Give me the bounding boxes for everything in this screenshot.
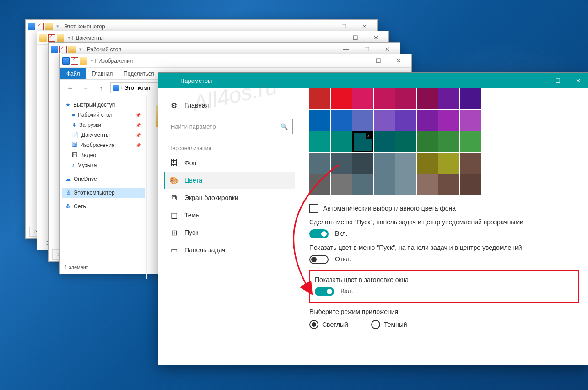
titlebar-color-setting: Показать цвет в заголовке окна Вкл. [315, 276, 574, 296]
color-swatch[interactable] [309, 110, 330, 131]
radio-icon [309, 320, 318, 329]
color-swatch[interactable] [374, 110, 395, 131]
color-swatch[interactable] [460, 88, 481, 109]
settings-window[interactable]: ← Параметры — ☐ ✕ ⚙Главная Найти парамет… [158, 72, 588, 365]
transparency-toggle[interactable] [309, 229, 329, 238]
radio-dark[interactable]: Темный [371, 320, 407, 329]
color-swatch[interactable] [395, 153, 416, 174]
color-swatch[interactable] [438, 88, 459, 109]
checkbox-icon[interactable] [309, 204, 318, 213]
color-swatch[interactable] [395, 88, 416, 109]
color-swatch[interactable] [460, 174, 481, 195]
nav-up[interactable]: ↑ [95, 81, 108, 94]
color-swatch[interactable] [438, 110, 459, 131]
window-title: Изображения [98, 58, 347, 64]
auto-color-checkbox[interactable]: Автоматический выбор главного цвета фона [309, 204, 579, 213]
quick-access[interactable]: ★Быстрый доступ [62, 100, 145, 110]
sidebar-background[interactable]: 🖼Фон [164, 154, 295, 172]
sidebar-documents[interactable]: 📄Документы📌 [62, 130, 145, 140]
close-button[interactable]: ✕ [388, 54, 409, 67]
sidebar-home[interactable]: ⚙Главная [164, 97, 295, 114]
share-tab[interactable]: Поделиться [118, 68, 159, 79]
sidebar-onedrive[interactable]: ☁OneDrive [62, 174, 145, 184]
color-swatch[interactable] [417, 131, 438, 152]
color-swatch[interactable] [460, 153, 481, 174]
settings-main: Автоматический выбор главного цвета фона… [300, 88, 588, 365]
color-swatch[interactable] [417, 174, 438, 195]
sidebar-this-pc[interactable]: 🖥Этот компьютер [62, 188, 145, 198]
search-input[interactable]: Найти параметр 🔍 [166, 119, 293, 134]
sidebar-desktop[interactable]: ■Рабочий стол📌 [62, 110, 145, 120]
color-swatch[interactable] [438, 153, 459, 174]
color-swatch[interactable] [395, 110, 416, 131]
sidebar-music[interactable]: ♪Музыка [62, 160, 145, 170]
sidebar-images[interactable]: 🖼Изображения📌 [62, 140, 145, 150]
sidebar-lockscreen[interactable]: ⧉Экран блокировки [164, 189, 295, 206]
sidebar-start[interactable]: ⊞Пуск [164, 224, 295, 241]
folder-icon [80, 57, 87, 65]
color-swatch[interactable] [352, 131, 373, 152]
color-swatch[interactable] [374, 174, 395, 195]
window-title: Рабочий стол [87, 46, 336, 53]
color-swatch[interactable] [331, 110, 352, 131]
back-button[interactable]: ← [158, 73, 178, 88]
color-swatch[interactable] [352, 174, 373, 195]
check-icon [48, 34, 55, 42]
color-swatch[interactable] [352, 110, 373, 131]
sidebar-taskbar[interactable]: ▭Панель задач [164, 241, 295, 259]
color-swatch[interactable] [438, 131, 459, 152]
color-swatch[interactable] [460, 131, 481, 152]
maximize-button[interactable]: ☐ [368, 54, 388, 67]
color-swatch[interactable] [395, 131, 416, 152]
color-swatch[interactable] [331, 174, 352, 195]
check-icon [71, 57, 78, 65]
color-swatch[interactable] [395, 174, 416, 195]
color-swatch[interactable] [309, 88, 330, 109]
maximize-button[interactable]: ☐ [547, 74, 568, 87]
color-swatch[interactable] [331, 131, 352, 152]
sidebar-network[interactable]: 🖧Сеть [62, 201, 145, 211]
color-swatch[interactable] [331, 88, 352, 109]
color-swatch[interactable] [417, 110, 438, 131]
color-swatch[interactable] [417, 88, 438, 109]
sidebar-colors[interactable]: 🎨Цвета [164, 172, 295, 189]
nav-forward[interactable]: → [79, 81, 92, 94]
minimize-button[interactable]: — [527, 74, 547, 87]
gear-icon: ⚙ [170, 101, 178, 109]
sidebar-video[interactable]: 🎞Видео [62, 150, 145, 160]
color-grid [309, 88, 579, 195]
titlebar-color-toggle[interactable] [315, 287, 334, 296]
minimize-button[interactable]: — [347, 54, 368, 67]
explorer-sidebar: ★Быстрый доступ ■Рабочий стол📌 ⬇Загрузки… [60, 96, 147, 279]
color-swatch[interactable] [460, 110, 481, 131]
check-icon [59, 46, 67, 53]
color-swatch[interactable] [309, 131, 330, 152]
sidebar-downloads[interactable]: ⬇Загрузки📌 [62, 120, 145, 130]
radio-icon [371, 320, 380, 329]
color-swatch[interactable] [309, 174, 330, 195]
radio-light[interactable]: Светлый [309, 320, 348, 329]
show-color-toggle[interactable] [309, 255, 329, 264]
breadcrumb-part: Этот комп [124, 85, 150, 91]
monitor-icon [28, 23, 35, 30]
close-button[interactable]: ✕ [568, 74, 588, 87]
color-swatch[interactable] [352, 153, 373, 174]
color-swatch[interactable] [331, 153, 352, 174]
color-swatch[interactable] [352, 88, 373, 109]
color-swatch[interactable] [374, 131, 395, 152]
sidebar-themes[interactable]: ◫Темы [164, 206, 295, 224]
titlebar-color-highlight: Показать цвет в заголовке окна Вкл. [309, 270, 579, 303]
themes-icon: ◫ [170, 211, 178, 219]
color-swatch[interactable] [374, 153, 395, 174]
color-swatch[interactable] [438, 174, 459, 195]
color-swatch[interactable] [374, 88, 395, 109]
home-tab[interactable]: Главная [86, 68, 119, 79]
folder-icon [39, 34, 47, 42]
taskbar-icon: ▭ [170, 246, 178, 254]
nav-back[interactable]: ← [64, 81, 76, 94]
show-color-setting: Показать цвет в меню "Пуск", на панели з… [309, 244, 579, 264]
color-swatch[interactable] [309, 153, 330, 174]
color-swatch[interactable] [417, 153, 438, 174]
settings-title: Параметры [178, 77, 527, 84]
file-tab[interactable]: Файл [60, 68, 86, 79]
